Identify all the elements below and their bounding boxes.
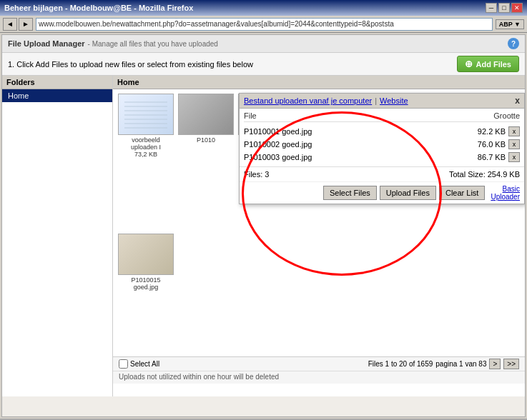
files-info: Files 1 to 20 of 1659 <box>368 360 433 368</box>
col-file-header: File <box>244 111 257 120</box>
file-remove-button[interactable]: x <box>508 152 520 162</box>
next-page-button[interactable]: > <box>489 359 501 369</box>
table-row: P1010002 goed.jpg 76.0 KB x <box>244 138 520 151</box>
file-remove-button[interactable]: x <box>508 126 520 136</box>
title-bar: Beheer bijlagen - Modelbouw@BE - Mozilla… <box>0 0 527 16</box>
warning-bar: Uploads not utilized within one hour wil… <box>113 371 525 384</box>
table-row: P1010003 goed.jpg 86.7 KB x <box>244 151 520 164</box>
select-all-area: Select All <box>119 359 159 369</box>
maximize-button[interactable]: □ <box>498 3 510 13</box>
minimize-button[interactable]: ─ <box>486 3 497 13</box>
select-all-bar: Select All Files 1 to 20 of 1659 pagina … <box>113 356 525 371</box>
file-name: P1010001 goed.jpg <box>244 127 455 136</box>
list-item[interactable]: P1010 <box>177 94 235 231</box>
instruction-text: 1. Click Add Files to upload new files o… <box>8 60 253 69</box>
file-size: 86.7 KB <box>455 153 506 161</box>
file-remove-button[interactable]: x <box>508 139 520 149</box>
files-list-header: File Grootte <box>244 111 520 122</box>
file-name: P1010003 goed.jpg <box>244 153 455 161</box>
fum-subtitle: - Manage all files that you have uploade… <box>88 40 218 48</box>
page-info: pagina 1 van 83 <box>435 360 486 368</box>
col-size-header: Grootte <box>493 111 520 120</box>
add-icon: ⊕ <box>465 59 473 69</box>
select-files-button[interactable]: Select Files <box>323 186 377 200</box>
abp-button[interactable]: ABP ▼ <box>496 19 524 29</box>
thumb-label: P1010 <box>197 136 215 144</box>
home-header: Home <box>113 76 525 89</box>
close-button[interactable]: ✕ <box>511 3 523 13</box>
fum-header: File Upload Manager - Manage all files t… <box>2 35 525 53</box>
address-bar: ◄ ► ABP ▼ <box>0 16 527 33</box>
main-window: File Upload Manager - Manage all files t… <box>1 34 526 417</box>
table-row: P1010001 goed.jpg 92.2 KB x <box>244 125 520 138</box>
folders-panel: Folders Home <box>2 76 113 396</box>
thumbnail-image <box>118 94 174 135</box>
back-button[interactable]: ◄ <box>3 18 17 31</box>
body-area: Folders Home Home voorbeeld uploaden I73… <box>2 76 525 396</box>
panel-close-button[interactable]: x <box>515 96 520 106</box>
file-size: 76.0 KB <box>455 140 506 149</box>
files-count: Files: 3 <box>244 170 269 179</box>
nav-buttons: ◄ ► <box>3 18 33 31</box>
address-input[interactable] <box>36 18 493 31</box>
upload-files-button[interactable]: Upload Files <box>380 186 436 200</box>
upload-panel-header: Bestand uploaden vanaf je computer | Web… <box>240 94 524 109</box>
window-title: Beheer bijlagen - Modelbouw@BE - Mozilla… <box>4 4 193 12</box>
warning-text: Uploads not utilized within one hour wil… <box>119 373 279 381</box>
forward-button[interactable]: ► <box>19 18 33 31</box>
list-item[interactable]: P1010015 goed.jpg <box>117 234 174 364</box>
file-name: P1010002 goed.jpg <box>244 140 455 149</box>
file-size: 92.2 KB <box>455 127 506 136</box>
help-button[interactable]: ? <box>508 38 519 49</box>
total-size: Total Size: 254.9 KB <box>449 170 520 179</box>
thumbnail-image <box>178 94 234 135</box>
thumbnail-image <box>118 234 174 275</box>
window-controls: ─ □ ✕ <box>486 3 523 13</box>
list-item[interactable]: voorbeeld uploaden I73,2 KB <box>117 94 174 231</box>
basic-uploader-link[interactable]: Basic <box>503 185 520 193</box>
select-all-label: Select All <box>130 360 159 368</box>
file-area: Home voorbeeld uploaden I73,2 KB P1010 P… <box>113 76 525 396</box>
clear-list-button[interactable]: Clear List <box>439 186 485 200</box>
thumb-label: voorbeeld uploaden I73,2 KB <box>118 136 174 158</box>
upload-panel-actions: Select Files Upload Files Clear List Bas… <box>240 181 524 204</box>
add-files-button[interactable]: ⊕ Add Files <box>457 56 519 72</box>
pagination-area: Files 1 to 20 of 1659 pagina 1 van 83 > … <box>368 359 519 369</box>
fum-title: File Upload Manager <box>8 39 85 48</box>
files-list: File Grootte P1010001 goed.jpg 92.2 KB x… <box>240 109 524 166</box>
folders-header: Folders <box>2 76 112 89</box>
last-page-button[interactable]: >> <box>503 359 519 369</box>
tab-website[interactable]: Website <box>380 96 408 105</box>
upload-panel-footer: Files: 3 Total Size: 254.9 KB <box>240 166 524 181</box>
tab-computer[interactable]: Bestand uploaden vanaf je computer <box>244 96 372 105</box>
folder-item-home[interactable]: Home <box>2 89 112 102</box>
basic-uploader-link2[interactable]: Uploader <box>491 193 520 201</box>
thumb-label: P1010015 goed.jpg <box>118 276 174 291</box>
select-all-checkbox[interactable] <box>119 359 128 369</box>
upload-tabs: Bestand uploaden vanaf je computer | Web… <box>244 96 408 105</box>
upload-panel: Bestand uploaden vanaf je computer | Web… <box>239 93 525 204</box>
instruction-bar: 1. Click Add Files to upload new files o… <box>2 53 525 76</box>
